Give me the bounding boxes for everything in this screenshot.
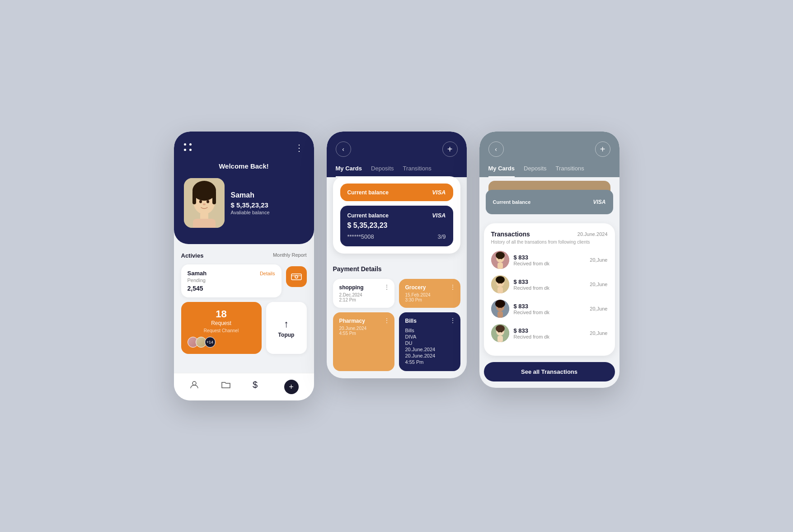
nav-add-button[interactable]: + [284,380,299,394]
card-username: Samah [188,270,207,277]
bill-item-1: Bills [405,328,454,333]
tab-transitions[interactable]: Transitions [403,165,432,177]
payment-pharmacy: ⋮ Pharmacy 20.June.2024 4:55 Pm [333,312,394,371]
card-dark-visa: VISA [432,212,446,219]
svg-rect-38 [497,336,503,342]
trans-info-1: $ 833 Recived from dk [514,254,586,266]
s3-back-button[interactable]: ‹ [488,141,504,157]
card-dark-row1: Current balance VISA [347,212,446,219]
details-link[interactable]: Details [260,271,275,276]
svg-rect-3 [192,191,196,204]
grocery-menu-icon[interactable]: ⋮ [450,283,456,291]
transaction-item-2: $ 833 Recived from dk 20,June [491,275,608,293]
card-expiry: 3/9 [437,233,446,240]
svg-point-24 [498,282,499,284]
bottom-cards-row: Samah Pending 2,545 Details [181,264,307,360]
svg-point-7 [203,203,206,205]
pending-label: Pending [188,278,207,283]
card-dark-label: Current balance [347,212,389,219]
trans-avatar-2 [491,275,509,293]
trans-time-3: 20,June [590,306,607,311]
svg-rect-26 [497,287,503,293]
svg-point-31 [501,307,502,308]
bills-title: Bills [405,318,454,324]
s3-tab-transitions[interactable]: Transitions [556,165,584,177]
balance-amount: $ 5,35,23,23 [231,201,270,209]
monthly-report-link[interactable]: Monthly Report [273,252,307,259]
request-card: 18 Request Request Channel +14 [181,302,262,354]
shopping-date: 2.Dec.2024 [339,292,388,297]
s3-tab-deposits[interactable]: Deposits [524,165,547,177]
svg-rect-20 [497,263,503,269]
s3-card-front-visa: VISA [593,199,605,205]
s3-tab-my-cards[interactable]: My Cards [488,165,515,177]
pharmacy-date: 20.June.2024 [339,326,388,331]
trans-amount-4: $ 833 [514,327,586,334]
card-balance: $ 5,35,23,23 [347,221,446,230]
topup-icon: ↑ [284,318,289,330]
trans-info-4: $ 833 Recived from dk [514,327,586,339]
transactions-subtitle: History of all the transations from foll… [491,240,608,245]
svg-text:$: $ [253,380,258,390]
trans-amount-1: $ 833 [514,254,586,261]
card-orange-label: Current balance [347,189,389,196]
svg-point-25 [501,282,502,284]
payment-section: Payment Details ⋮ shopping 2.Dec.2024 2:… [327,258,467,378]
nav-money-icon[interactable]: $ [253,380,263,394]
trans-label-4: Recived from dk [514,334,586,339]
pharmacy-menu-icon[interactable]: ⋮ [384,317,390,324]
pharmacy-time: 4:55 Pm [339,331,388,336]
payment-title: Payment Details [333,265,460,273]
avatar [184,178,225,228]
transaction-item-1: $ 833 Recived from dk 20,June [491,251,608,269]
svg-point-18 [498,258,499,259]
trans-avatar-4 [491,324,509,342]
s3-add-button[interactable]: + [595,141,610,157]
s2-top-header: ‹ + [336,141,458,157]
trans-info-2: $ 833 Recived from dk [514,278,586,291]
nav-folder-icon[interactable] [221,380,231,394]
trans-time-1: 20,June [590,257,607,263]
see-all-transactions-button[interactable]: See all Transactions [484,362,615,381]
svg-rect-9 [193,219,216,228]
svg-point-23 [496,276,505,283]
s3-cards-stack: Current balance VISA Current balance VIS… [479,177,619,217]
tab-deposits[interactable]: Deposits [371,165,394,177]
s3-tabs: My Cards Deposits Transitions [488,165,610,177]
samah-card: Samah Pending 2,545 Details [181,264,282,297]
add-button[interactable]: + [442,141,458,157]
card-bottom-row: ******5008 3/9 [347,233,446,240]
trans-label-1: Recived from dk [514,261,586,266]
request-number: 18 [188,308,255,320]
topup-card[interactable]: ↑ Topup [266,302,307,354]
bills-content: Bills DIVA DU 20.June.2024 20.June.2024 … [405,328,454,365]
trans-amount-3: $ 833 [514,303,586,310]
trans-amount-2: $ 833 [514,278,586,285]
activity-cards: Samah Pending 2,545 Details [181,264,307,354]
payment-grid: ⋮ shopping 2.Dec.2024 2:12 Pm ⋮ Grocery … [333,279,460,371]
available-balance-label: Avaliable balance [231,210,270,215]
trans-label-2: Recived from dk [514,285,586,291]
grid-icon [184,143,193,152]
tab-my-cards[interactable]: My Cards [336,165,362,177]
trans-time-2: 20,June [590,282,607,287]
svg-point-5 [199,200,202,203]
card-dark: Current balance VISA $ 5,35,23,23 ******… [340,206,453,246]
card-row-1: Samah Pending 2,545 Details [181,264,307,297]
transactions-section: Transactions 20.June.2024 History of all… [484,223,615,356]
menu-icon[interactable]: ⋮ [295,142,304,153]
svg-point-19 [501,258,502,259]
back-button[interactable]: ‹ [336,141,351,157]
payment-menu-icon[interactable]: ⋮ [384,283,390,291]
svg-point-29 [495,300,505,308]
s2-top-bar: ‹ + My Cards Deposits Transitions [327,132,467,177]
shopping-title: shopping [339,284,388,291]
s1-header: ⋮ [184,142,304,153]
user-name: Samah [231,191,270,199]
nav-profile-icon[interactable] [189,380,199,394]
bills-menu-icon[interactable]: ⋮ [450,317,456,324]
grocery-date: 15.Feb.2024 [405,292,454,297]
transaction-item-3: $ 833 Recived from dk 20,June [491,300,608,318]
trans-info-3: $ 833 Recived from dk [514,303,586,315]
svg-point-35 [496,325,505,332]
